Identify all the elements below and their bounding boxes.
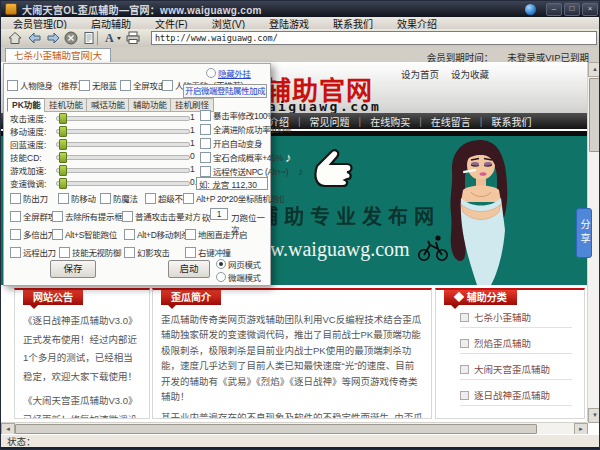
checkbox-icon <box>200 110 211 121</box>
speed-finetune-slider[interactable] <box>56 181 190 186</box>
category-link[interactable]: 烈焰歪瓜辅助 <box>460 336 572 354</box>
category-link[interactable]: 七杀小歪辅助 <box>460 310 572 328</box>
back-icon[interactable] <box>27 30 43 46</box>
app-icon <box>5 3 17 15</box>
checkbox-right-click-charge[interactable]: 右键冲撞 <box>185 246 231 258</box>
set-favorite-link[interactable]: 设为收藏 <box>451 67 489 81</box>
nav-contact[interactable]: 联系我们 <box>491 114 531 129</box>
slider-handle[interactable] <box>59 139 67 150</box>
slider-label: 回蓝速度: <box>10 138 56 150</box>
announcement-paragraph: 《逐日战神歪瓜辅助V3.0》正式发布使用！经过内部近1个多月的测试，已经相当稳定… <box>23 312 141 386</box>
stop-icon[interactable] <box>63 30 79 46</box>
url-input[interactable] <box>151 31 597 45</box>
checkbox-icon <box>120 80 131 91</box>
checkbox-map-walk[interactable]: 地图直走开启 <box>185 228 247 240</box>
checkbox-random-run[interactable]: Alt+P 20*20坐标随机跑位 <box>183 192 284 204</box>
horizontal-scroll-thumb[interactable] <box>15 424 537 434</box>
game-speed-slider[interactable] <box>56 168 190 173</box>
checkbox-icon <box>200 124 211 135</box>
scroll-left-arrow[interactable]: ◄ <box>1 423 15 434</box>
slider-label: 移动速度: <box>10 125 56 137</box>
checkbox-fullscreen-attack[interactable]: 全屏攻击 <box>120 79 166 91</box>
intro-box-title: 歪瓜简介 <box>161 290 221 305</box>
close-button[interactable]: × <box>582 3 598 16</box>
slider-handle[interactable] <box>59 126 67 137</box>
scroll-right-arrow[interactable]: ► <box>574 423 588 434</box>
nav-buy[interactable]: 在线购买 <box>370 114 410 129</box>
checkbox-gem-rate[interactable]: 宝石合成概率+45% <box>200 151 283 163</box>
move-speed-slider[interactable] <box>56 129 190 134</box>
checkbox-icon <box>162 80 173 91</box>
checkbox-anti-blade[interactable]: 防出刀 <box>10 192 48 204</box>
attr-boost-link[interactable]: 开启微端登陆属性加成 <box>183 84 267 98</box>
checkbox-stun-attack[interactable]: 普通攻击击晕对方 <box>122 210 201 222</box>
slider-handle[interactable] <box>59 165 67 176</box>
refresh-page-icon[interactable] <box>81 30 97 46</box>
nav-message[interactable]: 在线留言 <box>431 114 471 129</box>
checkbox-ignore-defense[interactable]: 技能无视防御 <box>59 246 121 258</box>
checkbox-aoe[interactable]: 全屏群攻 <box>10 210 56 222</box>
menu-bar: 会员管理(D) 启动辅助 文件(F) 浏览(V) 登陆游戏 联系我们 效果介绍 <box>1 17 600 29</box>
panel-tab-afk[interactable]: 挂机功能 <box>44 98 88 112</box>
skin-ball-button[interactable] <box>525 4 536 15</box>
category-link[interactable]: 逐日战神歪瓜辅助 <box>460 388 572 406</box>
scroll-down-arrow[interactable]: ▼ <box>588 408 600 423</box>
skill-cd-slider[interactable] <box>56 155 190 160</box>
font-icon[interactable]: A <box>103 30 123 46</box>
checkbox-upgrade-100[interactable]: 全满进阶成功率100% <box>200 123 291 135</box>
panel-tab-pk[interactable]: PK功能 <box>7 98 46 112</box>
minimize-button[interactable]: – <box>546 3 562 16</box>
nav-separator: | <box>480 116 483 127</box>
slider-label: 技能CD: <box>10 151 56 163</box>
bullet-icon <box>460 365 469 374</box>
checkbox-phantom-attack[interactable]: 幻影攻击 <box>124 246 170 258</box>
horizontal-scrollbar[interactable]: ◄ ► <box>1 422 587 434</box>
checkbox-anti-move[interactable]: 防移动 <box>58 192 96 204</box>
checkbox-move-assassinate[interactable]: Alt+D移动刺杀 <box>124 228 189 240</box>
slider-handle[interactable] <box>59 152 67 163</box>
category-link[interactable]: 大闹天宫歪瓜辅助 <box>460 362 572 380</box>
checkbox-icon <box>200 138 211 149</box>
checkbox-anti-magic[interactable]: 防魔法 <box>100 192 138 204</box>
mana-regen-slider[interactable] <box>56 142 190 147</box>
vertical-scroll-thumb[interactable] <box>589 78 600 152</box>
hide-plugin-radio[interactable]: 隐藏外挂 <box>206 67 251 79</box>
npc-coords-input[interactable] <box>196 177 268 190</box>
tab-main[interactable]: 七杀小歪辅助官网|大 <box>5 48 111 63</box>
checkbox-ranged-blade[interactable]: 远程出刀 <box>10 246 56 258</box>
scroll-up-arrow[interactable]: ▲ <box>588 62 600 77</box>
checkbox-icon <box>10 211 21 222</box>
nav-faq[interactable]: 常见问题 <box>310 114 350 129</box>
mode-radio-web[interactable]: 网页模式 <box>216 258 261 270</box>
checkbox-teleport-npc[interactable]: 远程传送NPC (Alt+~) <box>200 165 288 177</box>
checkbox-auto-transform[interactable]: 开启自动变身 <box>200 137 262 149</box>
print-icon[interactable] <box>125 30 141 46</box>
checkbox-invisible[interactable]: 人物隐身（推荐） <box>7 79 86 91</box>
checkbox-remove-popups[interactable]: 去除所有提示框 <box>52 210 122 222</box>
checkbox-crit-100[interactable]: 暴击率修改100% <box>200 109 275 121</box>
save-button[interactable]: 保存 <box>50 260 96 278</box>
checkbox-smart-run[interactable]: Alt+S智能跑位 <box>52 228 117 240</box>
bullet-icon <box>460 339 469 348</box>
set-home-link[interactable]: 设为首页 <box>401 67 439 81</box>
slider-handle[interactable] <box>59 113 67 124</box>
forward-icon[interactable] <box>45 30 61 46</box>
checkbox-infinite-mana[interactable]: 无限蓝 <box>79 79 117 91</box>
panel-tab-shout[interactable]: 喊话功能 <box>86 98 130 112</box>
home-icon[interactable] <box>7 30 23 46</box>
maximize-button[interactable]: □ <box>564 3 580 16</box>
launch-button[interactable]: 启动 <box>168 260 210 278</box>
checkbox-icon <box>185 229 196 240</box>
checkbox-icon <box>79 80 90 91</box>
window-title: 大闹天宫OL歪瓜辅助—官网：www.waiguawg.com <box>22 2 262 17</box>
share-button[interactable]: 分享 <box>576 208 592 258</box>
attack-speed-slider[interactable] <box>56 116 190 121</box>
panel-tab-assist[interactable]: 辅助功能 <box>128 98 172 112</box>
mode-radio-micro[interactable]: 微端模式 <box>216 271 261 283</box>
kan-count-input[interactable] <box>210 208 228 220</box>
slider-handle[interactable] <box>59 178 67 189</box>
cheat-panel: 隐藏外挂 人物隐身（推荐） 无限蓝 全屏攻击 人物无敌（不推荐） 开启微端登陆属… <box>3 63 271 286</box>
checkbox-multi-blade[interactable]: 多倍出刀 <box>10 228 56 240</box>
nav-separator: | <box>298 116 301 127</box>
thumbs-up-icon <box>301 144 359 192</box>
